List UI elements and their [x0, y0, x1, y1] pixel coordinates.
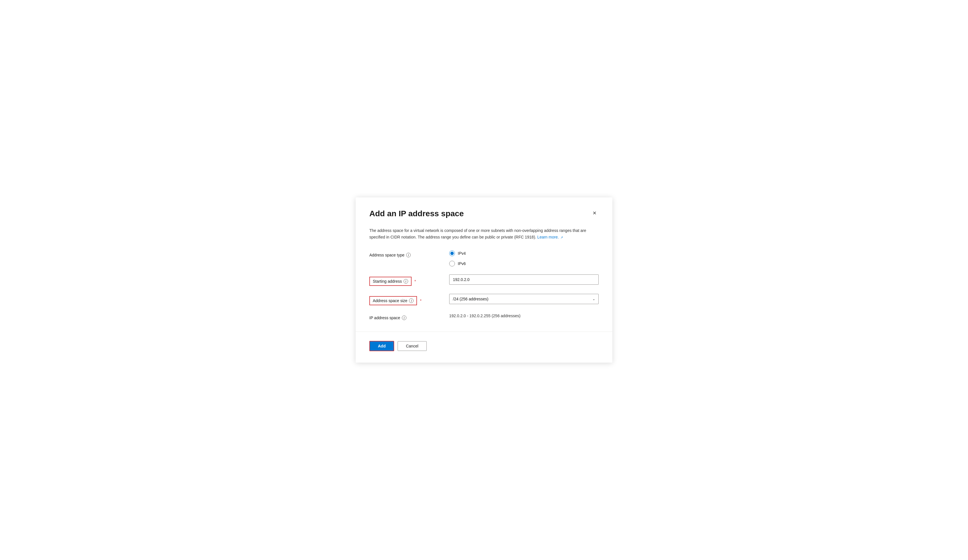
ipv6-radio-option[interactable]: IPv6 [449, 261, 598, 267]
address-space-type-controls: IPv4 IPv6 [449, 250, 598, 267]
address-space-size-control: /8 (16777216 addresses) /16 (65536 addre… [449, 294, 598, 304]
ipv4-radio-option[interactable]: IPv4 [449, 250, 598, 256]
address-space-type-label-col: Address space type i [370, 250, 449, 257]
add-button[interactable]: Add [370, 341, 394, 351]
address-space-size-label: Address space size [373, 298, 407, 303]
ipv4-radio-input[interactable] [449, 250, 455, 256]
starting-address-input[interactable] [449, 275, 598, 285]
starting-address-label: Starting address [373, 279, 402, 283]
dialog-footer: Add Cancel [370, 341, 598, 351]
starting-address-control [449, 275, 598, 285]
address-space-size-select-container: /8 (16777216 addresses) /16 (65536 addre… [449, 294, 598, 304]
ip-address-space-info-icon[interactable]: i [402, 315, 406, 320]
address-space-type-info-icon[interactable]: i [406, 253, 411, 257]
ip-address-space-value-col: 192.0.2.0 - 192.0.2.255 (256 addresses) [449, 313, 598, 318]
add-ip-address-space-dialog: Add an IP address space × The address sp… [356, 197, 612, 363]
address-space-size-label-highlighted: Address space size i [370, 296, 417, 305]
dialog-title: Add an IP address space [370, 209, 464, 219]
starting-address-info-icon[interactable]: i [404, 279, 408, 283]
starting-address-label-col: Starting address i * [370, 275, 449, 286]
address-space-size-row: Address space size i * /8 (16777216 addr… [370, 294, 598, 305]
ipv6-label: IPv6 [458, 261, 466, 266]
ip-address-space-value: 192.0.2.0 - 192.0.2.255 (256 addresses) [449, 311, 520, 318]
ipv4-label: IPv4 [458, 251, 466, 255]
ip-address-space-label-col: IP address space i [370, 313, 449, 320]
address-space-size-info-icon[interactable]: i [409, 298, 414, 303]
address-space-size-select[interactable]: /8 (16777216 addresses) /16 (65536 addre… [449, 294, 598, 304]
address-space-size-required: * [420, 298, 421, 303]
starting-address-label-highlighted: Starting address i [370, 277, 411, 286]
address-space-type-label: Address space type [370, 253, 404, 257]
dialog-header: Add an IP address space × [370, 209, 598, 219]
close-button[interactable]: × [590, 209, 598, 217]
starting-address-required: * [414, 279, 416, 283]
address-space-size-label-col: Address space size i * [370, 294, 449, 305]
cancel-button[interactable]: Cancel [398, 341, 427, 351]
address-space-type-row: Address space type i IPv4 IPv6 [370, 250, 598, 267]
ip-address-space-label: IP address space [370, 315, 400, 320]
dialog-description: The address space for a virtual network … [370, 227, 598, 240]
address-space-type-radio-group: IPv4 IPv6 [449, 250, 598, 267]
ip-address-space-row: IP address space i 192.0.2.0 - 192.0.2.2… [370, 313, 598, 320]
ipv6-radio-input[interactable] [449, 261, 455, 267]
footer-divider [356, 331, 612, 332]
external-link-icon: ↗ [560, 235, 563, 240]
starting-address-row: Starting address i * [370, 275, 598, 286]
learn-more-link[interactable]: Learn more. ↗ [537, 235, 563, 239]
